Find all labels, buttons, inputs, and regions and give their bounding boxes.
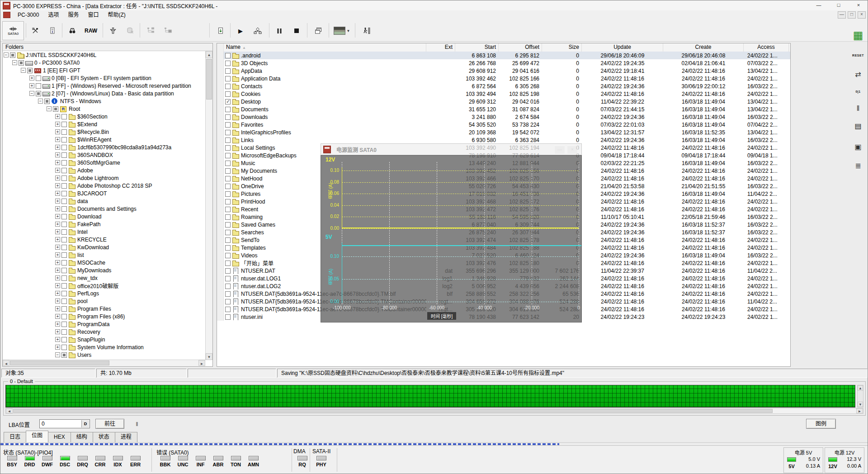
chevron-down-icon[interactable]: ▼ (347, 29, 350, 33)
column-header-name[interactable]: Name▲ (224, 43, 426, 52)
adapter-icon[interactable]: ⇄ (850, 66, 866, 82)
tree-checkbox[interactable] (61, 160, 67, 166)
file-checkbox[interactable] (225, 84, 231, 89)
export-script-button[interactable] (212, 22, 229, 39)
tree-item[interactable]: +new_tdx (3, 274, 205, 282)
file-checkbox[interactable] (225, 230, 231, 235)
pc3000-card-icon[interactable]: ▦ (850, 28, 866, 43)
sector-map-hscroll[interactable]: ◄ ► (5, 408, 863, 414)
tree-checkbox[interactable] (61, 291, 67, 296)
tree-checkbox[interactable] (36, 83, 41, 89)
collapse-icon[interactable]: − (47, 106, 52, 111)
tree-item[interactable]: +list (3, 251, 205, 259)
tree-item[interactable]: +Adobe Lightroom (3, 174, 205, 182)
sector-map-grid[interactable] (5, 385, 855, 408)
filter-button[interactable] (104, 22, 122, 39)
tree-checkbox[interactable] (61, 352, 67, 358)
file-row[interactable]: IntelGraphicsProfiles20 109 36819 542 07… (217, 128, 790, 136)
tree-item[interactable]: +office2010破解版 (3, 282, 205, 289)
scroll-right-icon[interactable]: ► (198, 360, 205, 366)
tab-结构[interactable]: 结构 (71, 432, 93, 442)
expand-icon[interactable]: + (55, 168, 60, 173)
tree-checkbox[interactable] (61, 237, 67, 242)
map-view-button[interactable]: ▼ (331, 22, 352, 39)
expand-icon[interactable]: + (55, 314, 60, 319)
expand-icon[interactable]: + (55, 199, 60, 204)
file-row[interactable]: Desktop29 609 31229 042 016011/04/22 22:… (217, 98, 790, 105)
tree-item[interactable]: +$Extend (3, 120, 205, 128)
tree-item[interactable]: +Download (3, 213, 205, 220)
file-checkbox[interactable] (225, 107, 231, 112)
legend-button[interactable]: 图例 (806, 419, 836, 429)
menu-service[interactable]: 服务 (63, 10, 83, 19)
tree-item[interactable]: −1 [EE] EFI GPT (3, 66, 205, 74)
menu-pc3000[interactable]: PC-3000 (13, 10, 43, 19)
dec-hex-toggle-button[interactable]: D (81, 420, 89, 427)
power-monitor-window[interactable]: 电源监测 SATA0 — × -100 000-80 000-60 000-40… (321, 143, 582, 322)
tab-位图[interactable]: 位图 (26, 431, 48, 442)
tree-item[interactable]: −J:\INTEL SSDSCKKF240H6L (3, 51, 205, 59)
expand-icon[interactable]: + (55, 206, 60, 211)
file-checkbox[interactable] (225, 245, 231, 251)
tree-item[interactable]: +MyDownloads (3, 266, 205, 274)
tree-item[interactable]: +360SANDBOX (3, 151, 205, 159)
tree-item[interactable]: +360SoftMgrGame (3, 159, 205, 166)
expand-icon[interactable]: + (55, 275, 60, 280)
scrollbar-thumb[interactable] (10, 360, 109, 365)
menu-window[interactable]: 窗口 (83, 10, 103, 19)
tree-checkbox[interactable] (36, 91, 41, 96)
collapse-icon[interactable]: − (4, 52, 9, 57)
file-row[interactable]: Documents31 655 12031 087 824007/03/22 2… (217, 105, 790, 113)
file-checkbox[interactable] (225, 91, 231, 97)
tree-item[interactable]: +System Volume Information (3, 343, 205, 351)
power-monitor-minimize-button[interactable]: — (554, 146, 565, 154)
pause-icon[interactable]: ‖ (850, 101, 866, 116)
expand-icon[interactable]: + (55, 260, 60, 265)
file-checkbox[interactable] (225, 261, 231, 266)
file-checkbox[interactable] (225, 168, 231, 174)
tree-checkbox[interactable] (61, 137, 67, 142)
tree-checkbox[interactable] (10, 52, 15, 58)
file-checkbox[interactable] (225, 199, 231, 204)
file-checkbox[interactable] (225, 130, 231, 135)
tab-日志[interactable]: 日志 (4, 432, 26, 442)
tree-checkbox[interactable] (61, 222, 67, 227)
file-row[interactable]: Contacts6 872 5646 305 268024/02/22 19:2… (217, 82, 790, 90)
sector-map-vscroll[interactable]: ▲ ▼ (857, 385, 863, 408)
tree-checkbox[interactable] (61, 168, 67, 173)
tree-checkbox[interactable] (61, 183, 67, 189)
tree-item[interactable]: +Intel (3, 228, 205, 236)
file-checkbox[interactable] (225, 314, 231, 320)
pause-icon[interactable]: ‖ (132, 420, 142, 428)
tree-item[interactable]: −NTFS - Windows (3, 97, 205, 105)
tree-checkbox[interactable] (61, 191, 67, 196)
expand-icon[interactable]: + (55, 160, 60, 165)
tree-checkbox[interactable] (61, 152, 67, 158)
file-checkbox[interactable] (225, 53, 231, 58)
file-row[interactable]: Application Data103 392 462102 825 16602… (217, 75, 790, 82)
file-row[interactable]: Favorites54 305 52053 738 224007/03/22 2… (217, 121, 790, 128)
connector-icon[interactable]: ≣ (850, 158, 866, 173)
task-info-button[interactable] (44, 22, 61, 39)
tree-item[interactable]: +ProgramData (3, 320, 205, 328)
tree-checkbox[interactable] (61, 214, 67, 219)
tree-item[interactable]: +$Recycle.Bin (3, 128, 205, 136)
scroll-left-icon[interactable]: ◄ (6, 408, 13, 413)
scrollbar-thumb[interactable] (206, 59, 212, 100)
file-checkbox[interactable] (225, 153, 231, 158)
tree-checkbox[interactable] (61, 283, 67, 289)
expand-icon[interactable]: + (55, 291, 60, 296)
tree-checkbox[interactable] (44, 99, 50, 104)
folders-horizontal-scrollbar[interactable]: ◄ ► (3, 360, 205, 366)
file-checkbox[interactable] (225, 237, 231, 243)
tree-item[interactable]: +Adobe Photoshop CC 2018 SP (3, 182, 205, 190)
expand-icon[interactable]: + (55, 191, 60, 196)
tree-item[interactable]: +KwDownload (3, 243, 205, 251)
collapse-icon[interactable]: − (38, 99, 43, 104)
expand-icon[interactable]: + (55, 122, 60, 127)
file-checkbox[interactable] (225, 276, 231, 281)
reset-icon[interactable]: RESET (850, 47, 866, 63)
expand-icon[interactable]: + (55, 145, 60, 150)
goto-button[interactable]: 前往 (95, 419, 124, 429)
tree-item[interactable]: +Recovery (3, 328, 205, 336)
